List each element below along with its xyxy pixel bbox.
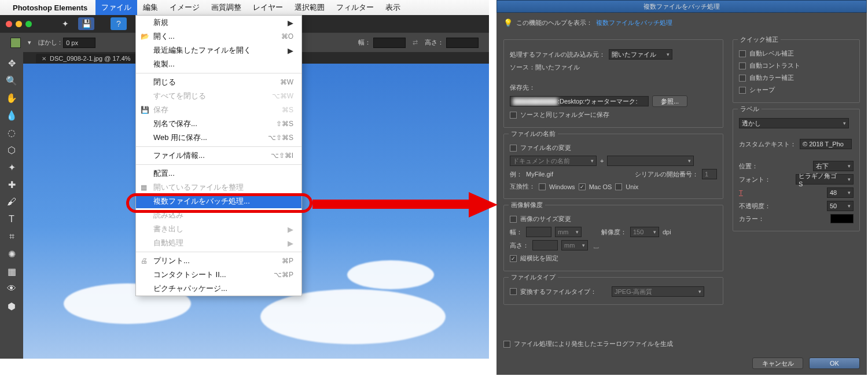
menu-イメージ[interactable]: イメージ bbox=[164, 0, 205, 15]
save-icon[interactable]: 💾 bbox=[78, 17, 94, 30]
fontsize-select[interactable]: 48 bbox=[827, 187, 854, 198]
compat-mac-checkbox[interactable] bbox=[579, 183, 586, 190]
hand-tool-icon[interactable]: ✋ bbox=[3, 90, 20, 105]
resize-h-unit[interactable]: mm bbox=[561, 240, 588, 250]
crop-tool-icon[interactable]: ⌗ bbox=[3, 229, 20, 244]
marquee-tool-icon[interactable]: ◌ bbox=[3, 125, 20, 140]
name-token-1[interactable]: ドキュメントの名前 bbox=[510, 156, 597, 166]
menu-item[interactable]: 配置... bbox=[136, 167, 301, 180]
minimize-icon[interactable] bbox=[16, 21, 22, 27]
swap-wh-icon[interactable]: ⇄ bbox=[413, 39, 418, 46]
heal-tool-icon[interactable]: ✚ bbox=[3, 177, 20, 192]
magic-wand-tool-icon[interactable]: ✦ bbox=[3, 160, 20, 175]
annotation-arrow bbox=[312, 194, 498, 214]
close-icon[interactable] bbox=[6, 21, 12, 27]
label-color-swatch[interactable] bbox=[830, 214, 854, 223]
resolution-select[interactable]: 150 bbox=[630, 227, 659, 237]
sharpen-checkbox[interactable] bbox=[739, 87, 746, 94]
resize-w-unit[interactable]: mm bbox=[555, 227, 582, 237]
convert-checkbox[interactable] bbox=[510, 288, 517, 295]
new-doc-icon[interactable]: ✦ bbox=[57, 17, 73, 30]
menu-item[interactable]: 最近編集したファイルを開く▶ bbox=[136, 43, 301, 57]
document-tab[interactable]: ✕ DSC_0908-2-1.jpg @ 17.4% bbox=[36, 54, 137, 63]
height-input[interactable] bbox=[446, 38, 479, 48]
link-wh-icon[interactable]: ⎵ bbox=[594, 241, 598, 250]
auto-contrast-checkbox[interactable] bbox=[739, 62, 746, 69]
menu-item[interactable]: 複製... bbox=[136, 57, 301, 71]
dest-label: 保存先： bbox=[510, 83, 535, 92]
label-type-select[interactable]: 透かし bbox=[739, 118, 849, 128]
help-icon[interactable]: ? bbox=[111, 17, 127, 30]
zoom-icon[interactable] bbox=[25, 21, 32, 27]
type-tool-icon[interactable]: T bbox=[3, 212, 20, 227]
zoom-tool-icon[interactable]: 🔍 bbox=[3, 73, 20, 88]
menu-画質調整[interactable]: 画質調整 bbox=[205, 0, 247, 15]
menu-item[interactable]: 閉じる⌘W bbox=[136, 75, 301, 89]
menu-編集[interactable]: 編集 bbox=[137, 0, 164, 15]
brush-tool-icon[interactable]: 🖌 bbox=[3, 194, 20, 209]
resize-h-input[interactable] bbox=[532, 240, 558, 250]
mac-menubar: Photoshop Elements ファイル編集イメージ画質調整レイヤー選択範… bbox=[0, 0, 489, 15]
eyedropper-tool-icon[interactable]: 💧 bbox=[3, 108, 20, 123]
menu-item[interactable]: 新規▶ bbox=[136, 16, 301, 30]
menu-shortcut: ⇧⌘S bbox=[276, 120, 293, 128]
same-folder-checkbox[interactable] bbox=[510, 112, 517, 119]
auto-levels-checkbox[interactable] bbox=[739, 50, 746, 57]
redeye-tool-icon[interactable]: 👁 bbox=[3, 281, 20, 296]
menu-item-label: 別名で保存... bbox=[153, 119, 197, 129]
style-underline-icon[interactable]: T bbox=[739, 189, 743, 196]
effects-tool-icon[interactable]: ✺ bbox=[3, 246, 20, 261]
menu-フィルター[interactable]: フィルター bbox=[330, 0, 380, 15]
filetype-select[interactable]: JPEG-高画質 bbox=[612, 286, 704, 297]
menu-表示[interactable]: 表示 bbox=[380, 0, 406, 15]
resize-checkbox[interactable] bbox=[510, 216, 517, 223]
custom-text-input[interactable] bbox=[800, 139, 852, 149]
rename-checkbox[interactable] bbox=[510, 145, 517, 152]
menu-item-label: プリント... bbox=[153, 256, 190, 266]
menu-item-icon: 📂 bbox=[141, 32, 149, 40]
move-tool-icon[interactable]: ✥ bbox=[3, 56, 20, 71]
auto-color-checkbox[interactable] bbox=[739, 75, 746, 82]
constrain-checkbox[interactable] bbox=[510, 255, 517, 262]
menu-レイヤー[interactable]: レイヤー bbox=[247, 0, 289, 15]
menu-item[interactable]: Web 用に保存...⌥⇧⌘S bbox=[136, 131, 301, 145]
menu-item[interactable]: 🖨プリント...⌘P bbox=[136, 254, 301, 268]
errorlog-checkbox[interactable] bbox=[503, 341, 510, 348]
compat-win-checkbox[interactable] bbox=[539, 183, 546, 190]
opacity-select[interactable]: 50 bbox=[827, 201, 854, 211]
help-link[interactable]: 複数ファイルをバッチ処理 bbox=[596, 19, 672, 27]
tab-close-icon[interactable]: ✕ bbox=[42, 56, 46, 62]
menu-ファイル[interactable]: ファイル bbox=[95, 0, 137, 15]
traffic-lights[interactable] bbox=[0, 21, 38, 27]
fg-color-swatch[interactable] bbox=[10, 38, 21, 48]
font-select[interactable]: ヒラギノ角ゴ S bbox=[796, 174, 854, 185]
compat-unix-checkbox[interactable] bbox=[615, 183, 622, 190]
submenu-arrow-icon: ▶ bbox=[288, 19, 293, 27]
menu-item[interactable]: 📂開く...⌘O bbox=[136, 30, 301, 43]
browse-button[interactable]: 参照... bbox=[652, 95, 687, 107]
menu-item[interactable]: ファイル情報...⌥⇧⌘I bbox=[136, 149, 301, 163]
submenu-arrow-icon: ▶ bbox=[288, 225, 293, 234]
menu-item[interactable]: コンタクトシート II...⌥⌘P bbox=[136, 268, 301, 282]
menu-選択範囲[interactable]: 選択範囲 bbox=[289, 0, 330, 15]
gradient-tool-icon[interactable]: ▦ bbox=[3, 264, 20, 279]
resize-w-input[interactable] bbox=[526, 227, 551, 237]
lasso-tool-icon[interactable]: ⬡ bbox=[3, 142, 20, 157]
label-legend: ラベル bbox=[738, 105, 762, 113]
menu-item: 自動処理▶ bbox=[136, 236, 301, 250]
menu-item[interactable]: 複数ファイルをバッチ処理... bbox=[136, 194, 301, 208]
menu-item[interactable]: 別名で保存...⇧⌘S bbox=[136, 117, 301, 131]
tool-palette: ✥ 🔍 ✋ 💧 ◌ ⬡ ✦ ✚ 🖌 T ⌗ ✺ ▦ 👁 ⬢ bbox=[0, 52, 23, 359]
submenu-arrow-icon: ▶ bbox=[288, 46, 293, 55]
menu-item[interactable]: ピクチャパッケージ... bbox=[136, 282, 301, 296]
ok-button[interactable]: OK bbox=[809, 357, 860, 369]
width-input[interactable] bbox=[373, 38, 406, 48]
cancel-button[interactable]: キャンセル bbox=[752, 357, 803, 369]
serial-input[interactable] bbox=[702, 169, 717, 179]
shape-tool-icon[interactable]: ⬢ bbox=[3, 298, 20, 314]
source-select[interactable]: 開いたファイル bbox=[609, 49, 672, 60]
feather-input[interactable] bbox=[63, 38, 95, 48]
name-token-2[interactable] bbox=[607, 156, 694, 166]
menu-item-icon: ▦ bbox=[141, 183, 147, 191]
position-select[interactable]: 右下 bbox=[813, 161, 854, 171]
